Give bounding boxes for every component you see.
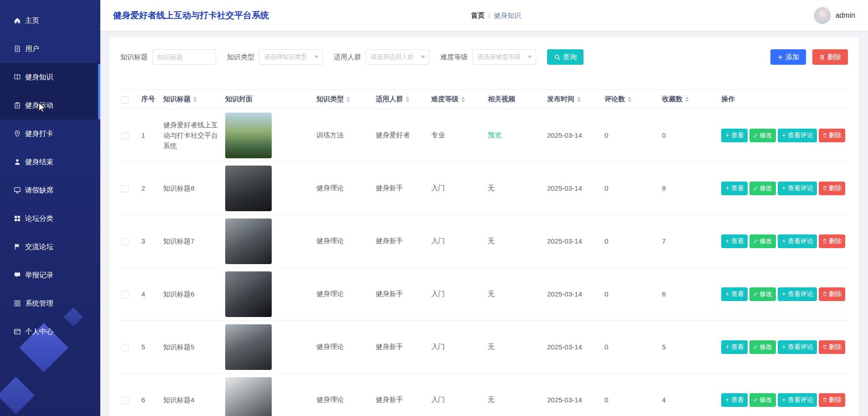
delete-button[interactable]: 删除 xyxy=(812,49,848,65)
view-button[interactable]: 查看 xyxy=(721,182,748,195)
cell-level: 入门 xyxy=(431,237,445,244)
column-header[interactable]: 发布时间 xyxy=(546,90,604,109)
cell-comments: 0 xyxy=(604,237,608,245)
cell-favorites: 8 xyxy=(662,184,666,192)
edit-button[interactable]: 修改 xyxy=(749,234,776,248)
edit-button[interactable]: 修改 xyxy=(749,129,776,142)
cell-comments: 0 xyxy=(604,184,608,192)
view-button[interactable]: 查看 xyxy=(721,340,748,354)
edit-button[interactable]: 修改 xyxy=(749,287,776,301)
top-header: 健身爱好者线上互动与打卡社交平台系统 首页 / 健身知识 admin xyxy=(100,0,868,31)
knowledge-type-select[interactable]: 请选择知识类型 xyxy=(259,49,323,65)
row-checkbox[interactable] xyxy=(121,344,129,351)
view-button[interactable]: 查看 xyxy=(721,287,748,301)
sort-icon[interactable] xyxy=(461,97,465,102)
cell-title: 知识标题6 xyxy=(163,289,223,299)
cell-type: 健身理论 xyxy=(316,395,344,403)
select-all-checkbox[interactable] xyxy=(121,96,129,104)
trash-icon xyxy=(822,397,827,402)
sidebar-item-8[interactable]: 论坛分类 xyxy=(0,204,100,233)
edit-icon xyxy=(753,239,758,244)
view-button[interactable]: 查看 xyxy=(721,129,748,142)
breadcrumb-separator: / xyxy=(488,12,490,20)
sidebar-nav: 主页 用户 健身知识 健身运动 健身打卡 健身结束 请假缺席 论坛分类 交流论坛… xyxy=(0,0,100,346)
column-header[interactable]: 适用人群 xyxy=(375,90,430,109)
view-button[interactable]: 查看 xyxy=(721,393,748,407)
cell-date: 2025-03-14 xyxy=(547,184,582,192)
sidebar-item-2[interactable]: 用户 xyxy=(0,35,100,63)
username: admin xyxy=(835,11,855,20)
search-button[interactable]: 查询 xyxy=(547,49,584,65)
sidebar-item-12[interactable]: 个人中心 xyxy=(0,317,100,346)
chevron-down-icon xyxy=(527,56,532,58)
decoration-cube xyxy=(0,377,35,414)
edit-button[interactable]: 修改 xyxy=(749,182,776,195)
video-preview-link[interactable]: 预览 xyxy=(488,131,501,139)
delete-row-button[interactable]: 删除 xyxy=(819,234,845,248)
add-button[interactable]: 添加 xyxy=(770,49,806,65)
audience-select[interactable]: 请选择适用人群 xyxy=(366,49,429,65)
delete-row-button[interactable]: 删除 xyxy=(819,287,845,301)
sort-icon[interactable] xyxy=(577,97,581,102)
column-header: 序号 xyxy=(140,90,162,109)
sidebar-item-4[interactable]: 健身运动 xyxy=(0,91,100,120)
column-header[interactable]: 收藏数 xyxy=(661,90,720,109)
view-comments-button[interactable]: 查看评论 xyxy=(778,234,817,248)
sidebar-item-11[interactable]: 系统管理 xyxy=(0,289,100,317)
row-checkbox[interactable] xyxy=(121,132,129,140)
sort-icon[interactable] xyxy=(685,97,689,102)
filter-level-group: 难度等级 请选择难度等级 xyxy=(440,49,536,65)
view-comments-button[interactable]: 查看评论 xyxy=(778,340,817,354)
sidebar-item-3[interactable]: 健身知识 xyxy=(0,63,100,91)
column-header[interactable]: 知识类型 xyxy=(315,90,375,109)
plus-icon xyxy=(781,344,786,349)
delete-row-button[interactable]: 删除 xyxy=(819,182,845,195)
content-area: 知识标题 知识类型 请选择知识类型 适用人群 请选择适用人群 xyxy=(100,31,868,416)
sidebar-item-7[interactable]: 请假缺席 xyxy=(0,176,100,204)
delete-row-button[interactable]: 删除 xyxy=(819,393,845,407)
view-comments-button[interactable]: 查看评论 xyxy=(778,287,817,301)
cell-index: 1 xyxy=(141,131,145,139)
cover-image xyxy=(225,324,272,370)
breadcrumb-home[interactable]: 首页 xyxy=(471,11,485,20)
cell-level: 专业 xyxy=(431,131,445,139)
sidebar-item-10[interactable]: 举报记录 xyxy=(0,261,100,289)
sidebar-item-9[interactable]: 交流论坛 xyxy=(0,233,100,261)
knowledge-title-input[interactable] xyxy=(152,49,216,65)
sidebar-item-1[interactable]: 主页 xyxy=(0,6,100,35)
view-comments-button[interactable]: 查看评论 xyxy=(778,129,817,142)
column-header[interactable]: 知识标题 xyxy=(162,90,224,109)
level-select[interactable]: 请选择难度等级 xyxy=(472,49,536,65)
table-row: 6 知识标题4 健身理论 健身新手 入门 无 2025-03-14 0 4 查看… xyxy=(120,374,848,416)
cell-index: 2 xyxy=(141,184,145,192)
plus-icon xyxy=(725,133,730,138)
cell-level: 入门 xyxy=(431,290,445,297)
edit-button[interactable]: 修改 xyxy=(749,393,776,407)
user-menu[interactable]: admin xyxy=(814,7,855,24)
column-header[interactable]: 评论数 xyxy=(604,90,661,109)
row-checkbox[interactable] xyxy=(121,185,129,192)
delete-row-button[interactable]: 删除 xyxy=(819,340,845,354)
filter-type-label: 知识类型 xyxy=(227,53,254,62)
sidebar-item-5[interactable]: 健身打卡 xyxy=(0,120,100,148)
plus-icon xyxy=(781,186,786,191)
cell-audience: 健身新手 xyxy=(376,290,403,297)
view-comments-button[interactable]: 查看评论 xyxy=(778,393,817,407)
row-checkbox[interactable] xyxy=(121,238,129,245)
sort-icon[interactable] xyxy=(193,97,197,102)
edit-button[interactable]: 修改 xyxy=(749,340,776,354)
cell-type: 健身理论 xyxy=(316,237,344,244)
book-icon xyxy=(14,73,21,81)
cell-favorites: 7 xyxy=(662,237,666,245)
row-checkbox[interactable] xyxy=(121,397,129,404)
column-header[interactable]: 难度等级 xyxy=(430,90,487,109)
delete-row-button[interactable]: 删除 xyxy=(819,129,845,142)
sort-icon[interactable] xyxy=(628,97,631,102)
sort-icon[interactable] xyxy=(406,97,409,102)
view-comments-button[interactable]: 查看评论 xyxy=(778,182,817,195)
view-button[interactable]: 查看 xyxy=(721,234,748,248)
row-checkbox[interactable] xyxy=(121,291,129,298)
sort-icon[interactable] xyxy=(346,97,350,102)
home-icon xyxy=(14,17,21,24)
sidebar-item-6[interactable]: 健身结束 xyxy=(0,148,100,176)
